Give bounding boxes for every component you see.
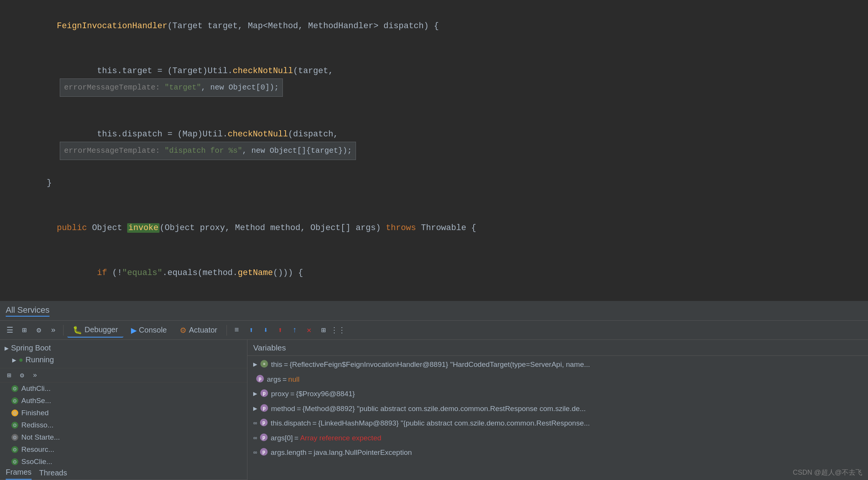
var-expand-method[interactable]: ▶ <box>253 405 257 413</box>
layout-btn[interactable]: ≡ <box>231 324 243 336</box>
debugger-icon: 🐛 <box>73 325 82 334</box>
filter-btn-1[interactable]: ⊞ <box>4 370 14 381</box>
code-line-4: } <box>0 175 868 191</box>
service-resource[interactable]: ⚙ Resourc... <box>0 443 247 456</box>
service-ssoclie[interactable]: ⚙ SsoClie... <box>0 456 247 468</box>
code-line-6: public Object invoke(Object proxy, Metho… <box>0 206 868 251</box>
notstarted-label: Not Starte... <box>21 433 60 442</box>
code-line-1: FeignInvocationHandler(Target target, Ma… <box>0 4 868 49</box>
service-redis[interactable]: ⚙ Redisso... <box>0 419 247 431</box>
service-authse[interactable]: ⚙ AuthSe... <box>0 395 247 407</box>
more-btn[interactable]: ⋮⋮ <box>332 324 344 336</box>
var-item-args[interactable]: p args = null <box>247 372 868 387</box>
notstarted-dot: ⚙ <box>11 434 18 441</box>
spring-boot-section: ▶ Spring Boot ▶ ● Running <box>0 340 247 368</box>
authcli-dot: ⚙ <box>11 385 18 392</box>
variables-header: Variables <box>247 340 868 356</box>
ssoclie-dot: ⚙ <box>11 458 18 465</box>
toolbar-filter-icon[interactable]: ⚙ <box>33 324 45 336</box>
variable-list: ▶ = this = {ReflectiveFeign$FeignInvocat… <box>247 356 868 480</box>
all-services-label[interactable]: All Services <box>6 305 49 317</box>
tab-debugger[interactable]: 🐛 Debugger <box>67 323 123 338</box>
code-line-2: this.target = (Target)Util.checkNotNull(… <box>0 49 868 112</box>
var-icon-args0: p <box>260 434 268 441</box>
var-expand-argslength[interactable]: ∞ <box>253 448 257 456</box>
spring-boot-arrow: ▶ <box>5 345 9 351</box>
step-out-btn[interactable]: ⬆ <box>274 324 286 336</box>
evaluate-btn[interactable]: ✕ <box>303 324 315 336</box>
spring-boot-label: Spring Boot <box>11 344 51 352</box>
code-line-5 <box>0 191 868 206</box>
redis-label: Redisso... <box>21 421 53 429</box>
left-panel: ▶ Spring Boot ▶ ● Running ⊞ ⚙ » ⚙ AuthCl… <box>0 340 247 480</box>
debugger-content: ▶ Spring Boot ▶ ● Running ⊞ ⚙ » ⚙ AuthCl… <box>0 340 868 480</box>
service-finished[interactable]: ⚙ Finished <box>0 407 247 419</box>
panel-tabs: Frames Threads <box>0 468 247 480</box>
tab-actuator[interactable]: ⚙ Actuator <box>174 323 222 337</box>
var-expand-proxy[interactable]: ▶ <box>253 390 257 398</box>
filter-toolbar: ⊞ ⚙ » <box>0 368 247 382</box>
resource-label: Resourc... <box>21 445 54 454</box>
running-dot: ● <box>19 355 23 364</box>
var-item-proxy[interactable]: ▶ p proxy = {$Proxy96@8841} <box>247 387 868 402</box>
right-panel: Variables ▶ = this = {ReflectiveFeign$Fe… <box>247 340 868 480</box>
tab-console[interactable]: ▶ Console <box>126 323 172 337</box>
code-line-7: if (!"equals".equals(method.getName())) … <box>0 251 868 296</box>
toolbar: ☰ ⊞ ⚙ » 🐛 Debugger ▶ Console ⚙ Actuator … <box>0 321 868 340</box>
bottom-panel: All Services ☰ ⊞ ⚙ » 🐛 Debugger ▶ Consol… <box>0 301 868 480</box>
run-to-cursor-btn[interactable]: ↑ <box>289 324 301 336</box>
tab-threads[interactable]: Threads <box>39 469 67 480</box>
variables-label: Variables <box>253 343 286 352</box>
authse-dot: ⚙ <box>11 397 18 404</box>
var-expand-args0[interactable]: ∞ <box>253 434 257 442</box>
ssoclie-label: SsoClie... <box>21 458 52 466</box>
var-item-args0[interactable]: ∞ p args[0] = Array reference expected <box>247 431 868 446</box>
var-item-argslength[interactable]: ∞ p args.length = java.lang.NullPointerE… <box>247 445 868 460</box>
settings-btn[interactable]: ⊞ <box>318 324 330 336</box>
code-line-8: if ("hashCode".equals(method.getName()))… <box>0 296 868 301</box>
var-item-method[interactable]: ▶ p method = {Method@8892} "public abstr… <box>247 402 868 416</box>
step-over-btn[interactable]: ⬆ <box>245 324 257 336</box>
console-icon: ▶ <box>131 326 137 335</box>
authse-label: AuthSe... <box>21 397 51 405</box>
finished-dot: ⚙ <box>11 410 18 416</box>
var-item-dispatch[interactable]: ∞ p this.dispatch = {LinkedHashMap@8893}… <box>247 416 868 431</box>
watermark: CSDN @超人@不去飞 <box>793 468 862 477</box>
spring-boot-item[interactable]: ▶ Spring Boot <box>5 342 243 354</box>
running-label: Running <box>26 355 54 364</box>
var-expand-dispatch[interactable]: ∞ <box>253 419 257 427</box>
var-icon-proxy: p <box>260 389 268 397</box>
running-item[interactable]: ▶ ● Running <box>5 354 243 366</box>
array-ref-error: Array reference expected <box>300 433 381 444</box>
step-into-btn[interactable]: ⬇ <box>260 324 272 336</box>
var-icon-method: p <box>260 404 268 412</box>
running-arrow: ▶ <box>12 357 16 363</box>
var-item-this[interactable]: ▶ = this = {ReflectiveFeign$FeignInvocat… <box>247 357 868 372</box>
var-icon-args: p <box>256 375 264 382</box>
toolbar-expand-icon[interactable]: » <box>47 324 59 336</box>
service-notstarted[interactable]: ⚙ Not Starte... <box>0 431 247 443</box>
var-expand-this[interactable]: ▶ <box>253 360 257 368</box>
redis-dot: ⚙ <box>11 422 18 429</box>
resource-dot: ⚙ <box>11 446 18 453</box>
code-line-3: this.dispatch = (Map)Util.checkNotNull(d… <box>0 112 868 175</box>
all-services-bar: All Services <box>0 301 868 321</box>
filter-btn-3[interactable]: » <box>30 370 40 381</box>
var-icon-this: = <box>260 360 268 368</box>
var-icon-argslength: p <box>260 448 268 456</box>
service-authcli[interactable]: ⚙ AuthCli... <box>0 382 247 395</box>
tab-frames[interactable]: Frames <box>6 468 32 480</box>
toolbar-list-icon[interactable]: ☰ <box>4 324 16 336</box>
code-editor: FeignInvocationHandler(Target target, Ma… <box>0 0 868 301</box>
finished-label: Finished <box>21 409 49 417</box>
filter-btn-2[interactable]: ⚙ <box>17 370 27 381</box>
authcli-label: AuthCli... <box>21 384 51 393</box>
var-icon-dispatch: p <box>260 419 268 426</box>
toolbar-separator-1 <box>63 325 64 336</box>
toolbar-grid-icon[interactable]: ⊞ <box>18 324 30 336</box>
actuator-icon: ⚙ <box>180 326 187 335</box>
toolbar-separator-2 <box>227 325 227 336</box>
